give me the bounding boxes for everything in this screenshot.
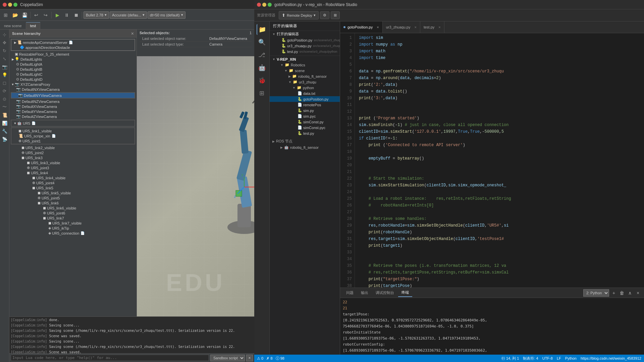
tree-item-lightd[interactable]: ⊙ DefaultLightD	[9, 77, 137, 82]
close-button[interactable]	[3, 3, 7, 7]
file-test-py[interactable]: 🐍 test.py	[270, 130, 340, 136]
tab-close-test[interactable]: ×	[438, 25, 440, 29]
close-panel-btn[interactable]: ×	[635, 290, 641, 296]
tree-item-nz[interactable]: 📷 DefaultNZViewCamera	[9, 99, 137, 104]
viewport-3d[interactable]: x y z 1	[137, 56, 254, 316]
sidebar-tools-icon[interactable]: 🔧	[1, 127, 8, 135]
terminal-type-select[interactable]: 2: Python	[583, 289, 609, 297]
remote-deploy-btn[interactable]: ⬆ Remote Deploy ▾	[279, 11, 319, 19]
ur3-folder[interactable]: ▼ 📁 ur3_zhuqu	[270, 79, 340, 85]
add-terminal-btn[interactable]: +	[610, 290, 617, 296]
file-data-txt[interactable]: 📄 data.txt	[270, 90, 340, 96]
sidebar-script-icon[interactable]: 📜	[1, 111, 8, 119]
stop-btn[interactable]: ⏹	[72, 11, 80, 19]
tab-output[interactable]: 输出	[358, 289, 372, 297]
tree-item-ur5-link4c[interactable]: ◼ UR5_link4	[9, 170, 137, 175]
tree-item-remoteapi[interactable]: ▶ 📜 remoteApiCommandServer 📄	[12, 40, 134, 45]
sidebar-sensor-icon[interactable]: ⊙	[1, 95, 8, 103]
physics-dropdown[interactable]: Bullet 2.78 ▾	[84, 11, 109, 19]
redo-btn[interactable]: ↪	[41, 11, 50, 19]
sidebar-scale-icon[interactable]: ⤡	[1, 55, 8, 62]
open-editors-toggle[interactable]: ▼ 打开的编辑器	[270, 31, 340, 37]
tab-close-goto[interactable]: ×	[377, 25, 379, 29]
dt-dropdown[interactable]: dt=50 ms (default) ▾	[148, 11, 185, 19]
pause-btn[interactable]: ⏸	[62, 11, 71, 19]
maximize-button[interactable]	[13, 3, 17, 7]
tree-item-ur5-j2[interactable]: ⊕ UR5_joint2	[9, 150, 137, 155]
scene-folder[interactable]: ▼ 📁 scene	[270, 68, 340, 73]
rw-maximize-btn[interactable]	[268, 3, 272, 7]
code-content[interactable]: import sim import numpy as np import mat…	[355, 33, 644, 288]
sidebar-remote-icon[interactable]: 📡	[1, 135, 8, 143]
sidebar-search-icon[interactable]: 🔍	[257, 37, 267, 48]
file-goto-py[interactable]: 🐍 gotoPosition.py	[270, 96, 340, 102]
workspace-section[interactable]: ▼ V-REP_XIN	[270, 57, 340, 62]
tree-item-ur5-link7c[interactable]: ◼ UR5_link7	[9, 216, 137, 221]
tab-test[interactable]: test	[26, 22, 41, 29]
tree-item-lightb[interactable]: ⊙ DefaultLightB	[9, 67, 137, 72]
tree-item-ur5-link3v[interactable]: ◼ UR5_link3_visible	[9, 160, 137, 165]
robotics-folder[interactable]: ▼ 📁 Robotics	[270, 62, 340, 68]
tree-item-ur5-j6[interactable]: ⊕ UR5_joint6	[9, 210, 137, 216]
collapse-btn[interactable]: ∧	[627, 290, 633, 296]
tree-item-ur5-j4[interactable]: ⊕ UR5_joint4	[9, 180, 137, 185]
sidebar-debug-icon[interactable]: 🐞	[257, 75, 267, 86]
terminal-output[interactable]: 22 21 target1Pose: [0.24192196130752563,…	[340, 298, 644, 355]
tree-item-ur5-j5[interactable]: ⊕ UR5_joint5	[9, 195, 137, 200]
sidebar-path-icon[interactable]: 〜	[1, 103, 8, 111]
rw-minimize-btn[interactable]	[262, 3, 266, 7]
tree-item-ur5-j3[interactable]: ⊕ UR5_joint3	[9, 165, 137, 170]
tree-item-xyzcam[interactable]: ▼ 📷 XYZCameraProxy	[9, 82, 137, 87]
script-type-select[interactable]: Sandbox script	[210, 355, 245, 361]
tab-test[interactable]: test.py ×	[420, 21, 444, 33]
sidebar-joint-icon[interactable]: ⟳	[1, 87, 8, 95]
open-file-test[interactable]: 🐍 test.py src/scene/ur3_zhuqu/python	[270, 49, 340, 54]
file-sim-py[interactable]: 🐍 sim.py	[270, 108, 340, 113]
tab-terminal[interactable]: 终端	[398, 289, 412, 297]
tree-item-ur5-link5c[interactable]: ◼ UR5_link5	[9, 185, 137, 190]
open-btn[interactable]: 📂	[11, 11, 19, 19]
tree-item-ny[interactable]: 📷 DefaultNYViewCamera	[11, 93, 135, 98]
trash-icon[interactable]: 🗑	[619, 290, 625, 296]
new-scene-btn[interactable]: ⊞	[1, 11, 10, 19]
tab-close-ur3[interactable]: ×	[414, 25, 416, 29]
save-btn[interactable]: 💾	[20, 11, 29, 19]
tree-item-floor[interactable]: ▣ ResizableFloor_5_25_element	[9, 52, 137, 57]
scene-tree[interactable]: ▶ 📜 remoteApiCommandServer 📄 🔷 approachD…	[9, 38, 137, 316]
tree-item-ur5-conn[interactable]: ◈ UR5_connection 📄	[9, 231, 137, 236]
console-input[interactable]	[11, 355, 209, 361]
tree-item-zview[interactable]: 📷 DefaultZViewCamera	[9, 114, 137, 119]
file-simconst-pyc[interactable]: 📄 simConst.pyc	[270, 125, 340, 130]
tree-item-ur5-link7v[interactable]: ◼ UR5_link7_visible	[9, 221, 137, 226]
sidebar-select-icon[interactable]: ⊹	[1, 31, 8, 38]
open-file-goto[interactable]: 🐍 gotoPosition.py src/scene/ur3_zhuqu/p.…	[270, 37, 340, 43]
robotiq-folder[interactable]: ▶ 📁 robotiq_ft_sensor	[270, 73, 340, 79]
settings-btn[interactable]: ⚙	[320, 11, 329, 19]
tree-item-approach[interactable]: 🔷 approachDirectionObstacle	[12, 45, 134, 50]
tree-item-ur5-iktip[interactable]: ◈ UR5_ikTip	[9, 226, 137, 231]
tree-item-nx[interactable]: 📷 DefaultNXViewCamera	[9, 87, 137, 92]
tree-item-ur5-joint1[interactable]: ⊕ UR5_joint1	[12, 138, 134, 143]
tree-item-ur5-link2[interactable]: ◼ UR5_link2_visible	[9, 145, 137, 150]
tree-item-lightc[interactable]: ⊙ DefaultLightC	[9, 72, 137, 77]
console-close-btn[interactable]: ×	[246, 355, 253, 361]
sidebar-ros-icon[interactable]: 🤖	[257, 62, 267, 73]
tree-item-ur5[interactable]: ▼ 🤖 UR5 📄	[12, 121, 134, 126]
sidebar-rotate-icon[interactable]: ↻	[1, 47, 8, 54]
tree-item-ur5-link1[interactable]: ◼ UR5_link1_visible	[12, 128, 134, 133]
tab-problems[interactable]: 问题	[343, 289, 357, 297]
python-folder[interactable]: ▼ 📁 python	[270, 85, 340, 90]
sidebar-move-icon[interactable]: ✥	[1, 39, 8, 46]
tree-item-ur5-link4v[interactable]: ◼ UR5_link4_visible	[9, 175, 137, 180]
rw-close-btn[interactable]	[257, 3, 261, 7]
code-area[interactable]: 12345 678910 1112131415 1617181920 21222…	[340, 33, 644, 288]
file-simconst-py[interactable]: 🐍 simConst.py	[270, 119, 340, 125]
sidebar-camera-icon[interactable]: 📷	[1, 63, 8, 70]
minimize-button[interactable]	[8, 3, 12, 7]
sidebar-explorer-icon[interactable]: 📁	[257, 24, 267, 35]
tab-goto[interactable]: gotoPosition.py ×	[340, 21, 383, 33]
sidebar-shape-icon[interactable]: ◻	[1, 79, 8, 86]
sidebar-light-icon[interactable]: 💡	[1, 71, 8, 78]
tree-item-ur5-script[interactable]: 📜 UR5_scripe_xin 📄	[12, 133, 134, 138]
tree-item-ur5-link6c[interactable]: ◼ UR5_link6	[9, 200, 137, 205]
